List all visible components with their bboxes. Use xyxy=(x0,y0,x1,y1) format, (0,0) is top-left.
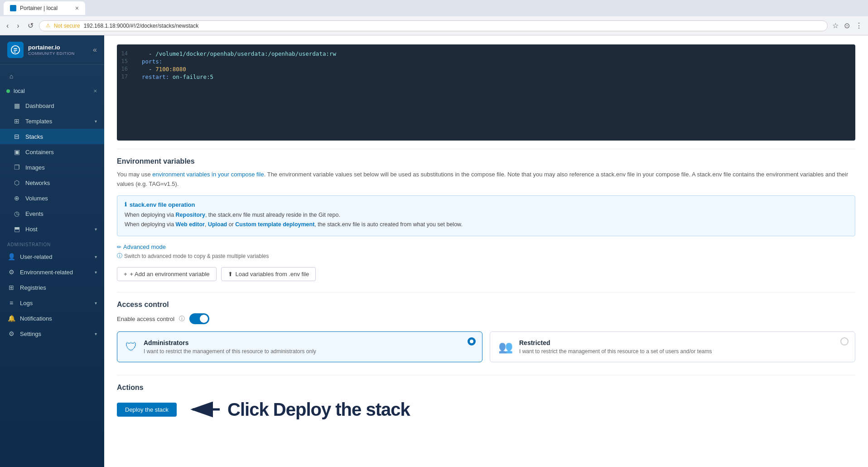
sidebar-item-stacks[interactable]: ⊟ Stacks xyxy=(0,129,104,144)
settings-arrow-icon: ▾ xyxy=(95,331,97,336)
host-icon: ⬒ xyxy=(13,225,21,233)
images-icon: ❐ xyxy=(13,164,21,171)
logs-arrow-icon: ▾ xyxy=(95,301,97,306)
sidebar-item-volumes[interactable]: ⊕ Volumes xyxy=(0,190,104,206)
content-panel: 14 - /volume1/docker/openhab/userdata:/o… xyxy=(104,35,868,467)
sidebar-notifications-label: Notifications xyxy=(20,315,97,322)
admin-card-title: Administrators xyxy=(144,339,316,346)
sidebar-endpoint-item[interactable]: local × xyxy=(0,84,104,98)
env-buttons-row: + + Add an environment variable ⬆ Load v… xyxy=(117,267,855,281)
sidebar-item-settings[interactable]: ⚙ Settings ▾ xyxy=(0,326,104,341)
sidebar-stacks-label: Stacks xyxy=(25,133,97,140)
sidebar: portainer.io COMMUNITY EDITION « ⌂ local… xyxy=(0,35,104,467)
sidebar-item-networks[interactable]: ⬡ Networks xyxy=(0,175,104,190)
bookmark-button[interactable]: ☆ xyxy=(830,19,840,32)
address-bar[interactable]: ⚠ Not secure 192.168.1.18:9000/#!/2/dock… xyxy=(39,20,828,31)
info-line2-end: , the stack.env file is auto created fro… xyxy=(314,221,463,228)
sidebar-item-templates[interactable]: ⊞ Templates ▾ xyxy=(0,113,104,129)
templates-icon: ⊞ xyxy=(13,117,21,125)
sidebar-item-images[interactable]: ❐ Images xyxy=(0,160,104,175)
forward-button[interactable]: › xyxy=(14,20,22,32)
env-desc-start: You may use xyxy=(117,171,152,178)
logo-title: portainer.io xyxy=(28,44,75,51)
address-url: 192.168.1.18:9000/#!/2/docker/stacks/new… xyxy=(84,23,199,29)
browser-tab-active[interactable]: Portainer | local × xyxy=(4,1,85,15)
nav-icons: ☆ ⊙ ⋮ xyxy=(830,19,864,32)
events-icon: ◷ xyxy=(13,210,21,217)
browser-nav: ‹ › ↺ ⚠ Not secure 192.168.1.18:9000/#!/… xyxy=(0,16,868,35)
sidebar-collapse-button[interactable]: « xyxy=(93,46,97,54)
browser-tabs: Portainer | local × xyxy=(4,1,85,15)
sidebar-images-label: Images xyxy=(25,164,97,171)
arrow-annotation: Click Deploy the stack xyxy=(186,398,410,421)
annotation-text: Click Deploy the stack xyxy=(227,399,410,420)
back-button[interactable]: ‹ xyxy=(4,20,11,32)
load-env-vars-label: Load variables from .env file xyxy=(236,271,309,277)
sidebar-item-environment-related[interactable]: ⚙ Environment-related ▾ xyxy=(0,264,104,280)
sidebar-host-label: Host xyxy=(25,226,90,233)
logo-subtitle: COMMUNITY EDITION xyxy=(28,51,75,56)
restricted-card-desc: I want to restrict the management of thi… xyxy=(519,348,712,355)
sidebar-item-events[interactable]: ◷ Events xyxy=(0,206,104,221)
logs-icon: ≡ xyxy=(7,299,15,306)
env-description: You may use environment variables in you… xyxy=(117,170,855,189)
endpoint-close-icon[interactable]: × xyxy=(93,88,97,94)
main-content: 14 - /volume1/docker/openhab/userdata:/o… xyxy=(104,35,868,467)
security-label: Not secure xyxy=(54,23,80,29)
tab-close-button[interactable]: × xyxy=(75,5,79,12)
sidebar-registries-label: Registries xyxy=(20,284,97,291)
sidebar-item-notifications[interactable]: 🔔 Notifications xyxy=(0,311,104,326)
portainer-logo-svg xyxy=(10,45,20,55)
sidebar-settings-label: Settings xyxy=(20,331,90,337)
access-control-row: Enable access control ⓘ xyxy=(117,313,855,324)
info-line2-sep2: or xyxy=(227,221,235,228)
sidebar-item-registries[interactable]: ⊞ Registries xyxy=(0,280,104,295)
reload-button[interactable]: ↺ xyxy=(25,19,36,32)
arrow-annotation-svg xyxy=(186,398,222,421)
info-line2-bold2: Upload xyxy=(208,221,227,228)
info-line1-bold: Repository xyxy=(176,212,205,218)
menu-button[interactable]: ⋮ xyxy=(854,19,864,32)
networks-icon: ⬡ xyxy=(13,179,21,186)
restricted-card-title: Restricted xyxy=(519,339,712,346)
containers-icon: ▣ xyxy=(13,148,21,156)
sidebar-item-logs[interactable]: ≡ Logs ▾ xyxy=(0,295,104,311)
info-line2-bold3: Custom template deployment xyxy=(235,221,314,228)
line-content-17: restart: on-failure:5 xyxy=(135,73,213,80)
sidebar-header: portainer.io COMMUNITY EDITION « xyxy=(0,35,104,65)
code-editor[interactable]: 14 - /volume1/docker/openhab/userdata:/o… xyxy=(117,44,855,141)
sidebar-item-dashboard[interactable]: ▦ Dashboard xyxy=(0,98,104,113)
logo-icon xyxy=(7,42,24,58)
access-control-toggle[interactable] xyxy=(189,313,209,324)
shield-icon: 🛡 xyxy=(125,340,137,354)
section-divider-2 xyxy=(117,292,855,292)
admin-section-label: Administration xyxy=(0,237,104,249)
line-num-17: 17 xyxy=(117,73,135,80)
advanced-mode-label: Advanced mode xyxy=(123,243,166,250)
browser-chrome: Portainer | local × xyxy=(0,0,868,16)
add-env-var-button[interactable]: + + Add an environment variable xyxy=(117,267,217,281)
profile-button[interactable]: ⊙ xyxy=(842,19,852,32)
sidebar-item-containers[interactable]: ▣ Containers xyxy=(0,144,104,160)
tab-favicon xyxy=(10,5,16,11)
sidebar-item-host[interactable]: ⬒ Host ▾ xyxy=(0,221,104,237)
sidebar-logs-label: Logs xyxy=(20,300,90,306)
advanced-mode-row: ✏ Advanced mode xyxy=(117,243,855,250)
restricted-card[interactable]: 👥 Restricted I want to restrict the mana… xyxy=(490,331,855,362)
administrators-card[interactable]: 🛡 Administrators I want to restrict the … xyxy=(117,331,482,362)
section-divider-1 xyxy=(117,149,855,149)
enable-access-label: Enable access control xyxy=(117,316,174,322)
sidebar-item-user-related[interactable]: 👤 User-related ▾ xyxy=(0,249,104,264)
section-divider-3 xyxy=(117,375,855,375)
info-box-line-2: When deploying via Web editor, Upload or… xyxy=(125,220,848,229)
advanced-mode-link[interactable]: ✏ Advanced mode xyxy=(117,243,166,250)
sidebar-dashboard-label: Dashboard xyxy=(25,102,97,109)
upload-icon: ⬆ xyxy=(228,271,233,277)
add-env-var-icon: + xyxy=(124,271,127,277)
env-desc-link[interactable]: environment variables in your compose fi… xyxy=(152,171,264,178)
deploy-stack-button[interactable]: Deploy the stack xyxy=(117,403,177,417)
switch-mode-label: Switch to advanced mode to copy & paste … xyxy=(124,253,269,259)
info-line1-start: When deploying via xyxy=(125,212,176,218)
sidebar-item-home[interactable]: ⌂ xyxy=(0,68,104,84)
load-env-vars-button[interactable]: ⬆ Load variables from .env file xyxy=(221,267,316,281)
